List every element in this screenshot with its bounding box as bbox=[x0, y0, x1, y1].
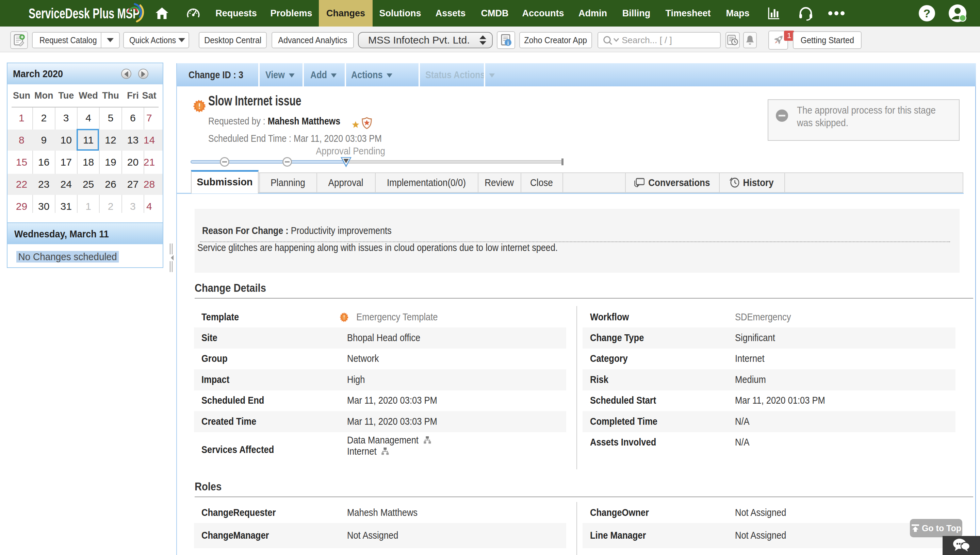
svg-text:i: i bbox=[508, 40, 509, 46]
svg-text:?: ? bbox=[924, 7, 931, 20]
